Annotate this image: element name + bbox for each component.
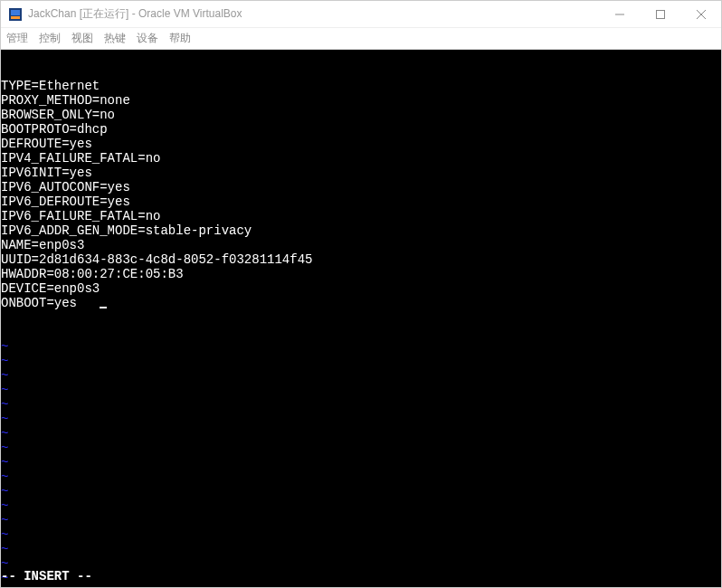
- tilde-line: ~: [1, 455, 721, 469]
- terminal-line: IPV6_FAILURE_FATAL=no: [1, 209, 721, 223]
- titlebar[interactable]: JackChan [正在运行] - Oracle VM VirtualBox: [1, 1, 721, 28]
- terminal-line: NAME=enp0s3: [1, 238, 721, 252]
- terminal-line: IPV6_AUTOCONF=yes: [1, 180, 721, 194]
- svg-rect-4: [656, 10, 664, 18]
- tilde-line: ~: [1, 368, 721, 383]
- tilde-line: ~: [1, 556, 721, 571]
- tilde-line: ~: [1, 426, 721, 441]
- terminal-line: BOOTPROTO=dhcp: [1, 122, 721, 137]
- terminal-line: BROWSER_ONLY=no: [1, 108, 721, 122]
- tilde-line: ~: [1, 542, 721, 556]
- tilde-line: ~: [1, 397, 721, 412]
- menu-hotkey[interactable]: 热键: [104, 31, 126, 46]
- terminal[interactable]: TYPE=EthernetPROXY_METHOD=noneBROWSER_ON…: [1, 50, 721, 587]
- terminal-line: DEFROUTE=yes: [1, 137, 721, 151]
- window-title: JackChan [正在运行] - Oracle VM VirtualBox: [28, 6, 242, 22]
- menubar: 管理 控制 视图 热键 设备 帮助: [1, 28, 721, 50]
- terminal-line: DEVICE=enp0s3: [1, 281, 721, 296]
- terminal-line: IPV4_FAILURE_FATAL=no: [1, 151, 721, 166]
- vim-status: -- INSERT --: [1, 569, 92, 583]
- tilde-line: ~: [1, 571, 721, 585]
- terminal-line: ONBOOT=yes: [1, 296, 721, 310]
- menu-view[interactable]: 视图: [71, 31, 93, 46]
- tilde-line: ~: [1, 585, 721, 587]
- menu-devices[interactable]: 设备: [137, 31, 158, 46]
- terminal-line: IPV6_ADDR_GEN_MODE=stable-privacy: [1, 223, 721, 238]
- terminal-line: IPV6INIT=yes: [1, 166, 721, 180]
- tilde-line: ~: [1, 339, 721, 354]
- tilde-line: ~: [1, 527, 721, 542]
- tilde-line: ~: [1, 469, 721, 484]
- menu-control[interactable]: 控制: [39, 31, 61, 46]
- terminal-line: PROXY_METHOD=none: [1, 93, 721, 108]
- app-window: JackChan [正在运行] - Oracle VM VirtualBox 管…: [0, 0, 722, 588]
- terminal-content: TYPE=EthernetPROXY_METHOD=noneBROWSER_ON…: [1, 79, 721, 310]
- app-icon: [8, 7, 23, 22]
- svg-rect-1: [11, 10, 20, 15]
- tilde-line: ~: [1, 484, 721, 498]
- tilde-line: ~: [1, 383, 721, 397]
- terminal-line: HWADDR=08:00:27:CE:05:B3: [1, 267, 721, 281]
- terminal-tildes: ~~~~~~~~~~~~~~~~~~~: [1, 339, 721, 587]
- minimize-button[interactable]: [599, 1, 640, 28]
- maximize-button[interactable]: [640, 1, 680, 28]
- terminal-line: UUID=2d81d634-883c-4c8d-8052-f03281114f4…: [1, 252, 721, 267]
- tilde-line: ~: [1, 441, 721, 455]
- svg-rect-2: [11, 16, 20, 19]
- tilde-line: ~: [1, 513, 721, 527]
- tilde-line: ~: [1, 412, 721, 426]
- close-button[interactable]: [680, 1, 721, 28]
- menu-help[interactable]: 帮助: [169, 31, 191, 46]
- menu-manage[interactable]: 管理: [6, 31, 28, 46]
- tilde-line: ~: [1, 498, 721, 513]
- cursor: [100, 307, 107, 308]
- terminal-line: IPV6_DEFROUTE=yes: [1, 194, 721, 209]
- tilde-line: ~: [1, 354, 721, 368]
- terminal-line: TYPE=Ethernet: [1, 79, 721, 93]
